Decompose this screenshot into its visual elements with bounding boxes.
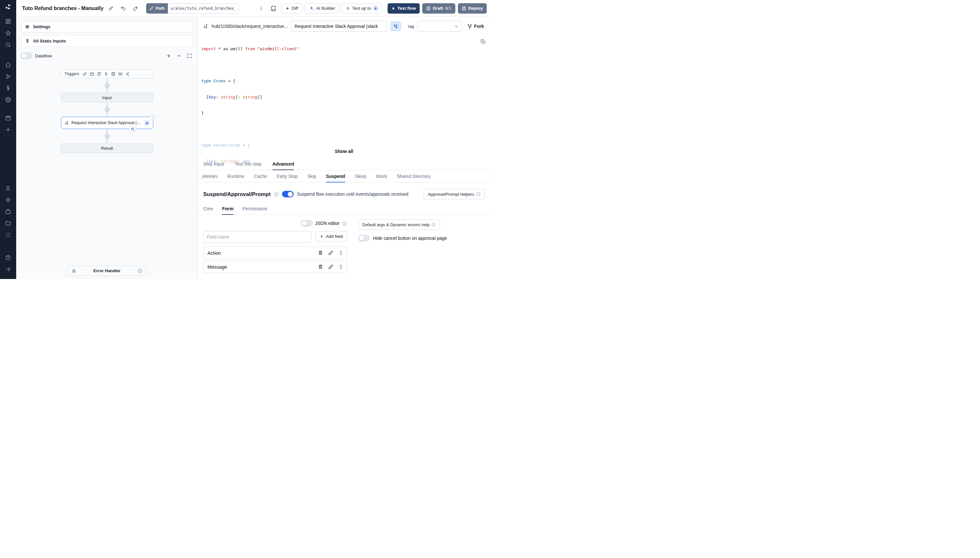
nav-search-icon[interactable] <box>0 39 16 51</box>
error-handler-node[interactable]: Error Handler <box>68 266 146 276</box>
path-label: Path <box>156 6 165 11</box>
path-input[interactable] <box>168 3 239 14</box>
draft-label: Draft <box>433 6 443 11</box>
json-editor-label: JSON editor <box>315 221 340 226</box>
flow-settings-button[interactable]: Settings <box>21 21 193 33</box>
code-editor[interactable]: import * as wmill from "windmill-client"… <box>198 34 490 144</box>
result-node[interactable]: Result <box>61 143 153 153</box>
triggers-node[interactable]: Triggers <box>61 69 153 79</box>
json-editor-toggle[interactable] <box>301 220 312 226</box>
info-icon[interactable] <box>342 221 347 226</box>
add-step-button[interactable] <box>105 107 110 112</box>
nav-schedules-icon[interactable] <box>0 112 16 124</box>
grip-icon <box>338 250 343 255</box>
docs-button[interactable] <box>269 3 278 14</box>
code-line: type DefaultArgs = { <box>201 143 485 148</box>
kebab-icon <box>259 6 264 11</box>
draft-button[interactable]: Draft ⌘S <box>422 3 455 14</box>
edge <box>107 102 107 117</box>
add-step-button[interactable] <box>105 83 110 88</box>
redo-button[interactable] <box>131 3 140 14</box>
undo-icon <box>121 6 126 11</box>
nav-collapse-icon[interactable] <box>0 263 16 275</box>
nav-create-icon[interactable] <box>0 124 16 135</box>
test-up-to-label: Test up to <box>352 6 371 11</box>
drag-field-handle[interactable] <box>338 250 343 255</box>
windmill-logo-icon[interactable] <box>5 3 11 10</box>
nav-home-icon[interactable] <box>0 59 16 71</box>
postgres-icon[interactable] <box>111 72 115 76</box>
zoom-in-button[interactable] <box>165 52 172 60</box>
book-icon <box>271 5 276 11</box>
more-menu-button[interactable] <box>256 3 266 14</box>
nav-runs-icon[interactable] <box>0 71 16 82</box>
nav-workers-icon[interactable] <box>0 206 16 217</box>
edit-field-button[interactable] <box>328 264 333 269</box>
test-flow-button[interactable]: Test flow <box>387 3 420 14</box>
sidebar <box>0 0 16 279</box>
tab-core[interactable]: Core <box>203 202 213 215</box>
nav-settings-icon[interactable] <box>0 194 16 206</box>
suspend-indicator-icon[interactable] <box>129 126 136 132</box>
plus-icon <box>320 234 324 238</box>
delete-field-button[interactable] <box>318 250 323 255</box>
step-node-selected[interactable]: Request Interactive Slack Approval (... … <box>61 117 153 129</box>
add-step-button[interactable] <box>105 134 110 138</box>
edit-title-button[interactable] <box>106 3 116 14</box>
nav-variables-icon[interactable] <box>0 82 16 94</box>
nav-favorites-icon[interactable] <box>0 27 16 39</box>
diff-button[interactable]: Diff <box>281 3 302 14</box>
http-route-icon[interactable] <box>97 72 101 76</box>
tag-select[interactable] <box>417 21 461 32</box>
hide-cancel-toggle[interactable] <box>358 235 370 241</box>
dataflow-toggle[interactable] <box>21 53 33 59</box>
bug-icon <box>72 269 76 273</box>
copy-code-button[interactable] <box>481 39 486 44</box>
tab-permissions[interactable]: Permissions <box>242 202 267 215</box>
nav-account-icon[interactable] <box>0 182 16 194</box>
undo-button[interactable] <box>118 3 128 14</box>
step-badge: a <box>373 5 378 11</box>
fit-view-button[interactable] <box>185 52 193 60</box>
tag-label: tag <box>408 24 414 29</box>
nav-resources-icon[interactable] <box>0 94 16 106</box>
field-name-input[interactable] <box>203 231 312 243</box>
windmill-step-icon <box>64 121 69 125</box>
form-field-row[interactable]: Action <box>203 246 347 259</box>
websocket-icon[interactable] <box>104 72 108 76</box>
kafka-icon[interactable] <box>125 72 130 76</box>
nav-folders-icon[interactable] <box>0 217 16 229</box>
pencil-icon <box>149 6 154 10</box>
nav-groups-icon[interactable] <box>0 229 16 241</box>
all-static-inputs-button[interactable]: All Static Inputs <box>21 35 193 47</box>
error-handler-label: Error Handler <box>79 268 135 273</box>
input-node[interactable]: Input <box>61 93 153 102</box>
drag-field-handle[interactable] <box>338 264 343 269</box>
suspend-enabled-toggle[interactable] <box>282 191 294 197</box>
add-field-button[interactable]: Add field <box>315 231 347 241</box>
schedule-icon[interactable] <box>90 72 94 76</box>
add-error-handler-button[interactable] <box>138 269 142 273</box>
ai-builder-button[interactable]: AI Builder <box>305 3 340 14</box>
path-edit-button[interactable]: Path <box>146 3 168 14</box>
suspend-toggle-button[interactable] <box>390 21 401 31</box>
tab-form[interactable]: Form <box>222 202 233 215</box>
form-field-row[interactable]: Message <box>203 261 347 273</box>
zoom-out-button[interactable] <box>175 52 183 60</box>
default-args-help-button[interactable]: Default args & Dynamic enums help <box>358 219 440 230</box>
webhook-icon[interactable] <box>83 72 87 76</box>
email-icon[interactable] <box>118 72 123 76</box>
triggers-label: Triggers <box>64 72 79 76</box>
deploy-button[interactable]: Deploy <box>458 3 487 14</box>
fork-button[interactable]: Fork <box>467 24 484 29</box>
nav-dashboard-icon[interactable] <box>0 16 16 27</box>
copy-icon <box>481 39 486 44</box>
nav-help-icon[interactable] <box>0 252 16 263</box>
delete-field-button[interactable] <box>318 264 323 269</box>
test-up-to-button[interactable]: Test up to a <box>342 3 382 14</box>
step-name-input[interactable] <box>291 21 387 32</box>
edit-field-button[interactable] <box>328 251 333 255</box>
static-inputs-label: All Static Inputs <box>33 39 66 43</box>
remove-step-button[interactable] <box>150 114 156 120</box>
diff-icon <box>285 6 290 11</box>
